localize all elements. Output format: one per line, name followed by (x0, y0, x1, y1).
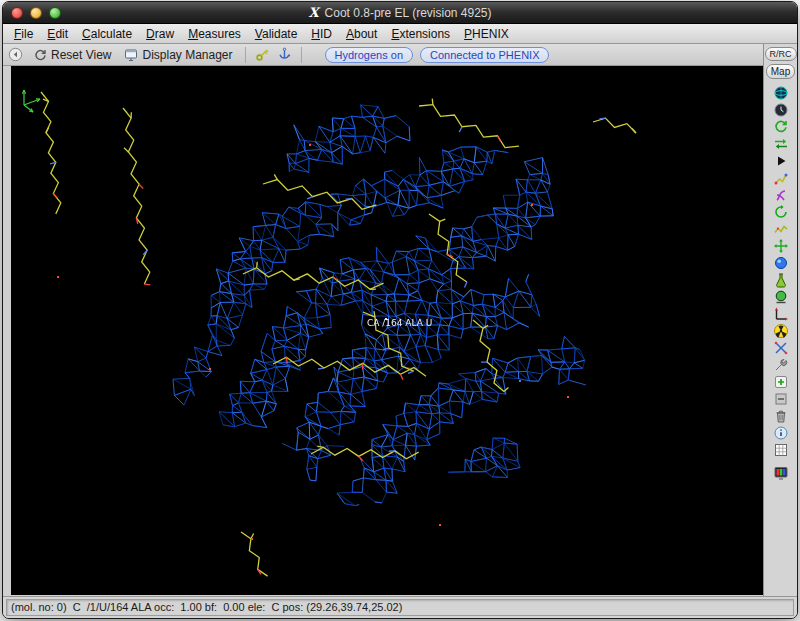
canvas-area (3, 66, 763, 596)
clock-icon[interactable] (769, 101, 793, 118)
zigzag-model-icon[interactable] (769, 220, 793, 237)
swap-arrows-icon[interactable] (769, 135, 793, 152)
green-sphere-icon[interactable] (769, 288, 793, 305)
hydrogens-toggle[interactable]: Hydrogens on (325, 47, 414, 63)
toolbar-overflow-button[interactable] (8, 47, 23, 62)
play-icon[interactable] (769, 152, 793, 169)
rotate-icon[interactable] (769, 203, 793, 220)
menu-validate[interactable]: Validate (248, 27, 305, 41)
content: Reset View Display Manager Hydrogens on … (3, 44, 797, 596)
toolbar-separator (245, 47, 246, 63)
window-title-text: Coot 0.8-pre EL (revision 4925) (325, 6, 492, 20)
wrench-icon[interactable] (769, 356, 793, 373)
rrc-button[interactable]: R/RC (765, 47, 797, 61)
menu-draw[interactable]: Draw (139, 27, 181, 41)
rgb-display-icon[interactable] (769, 464, 793, 481)
globe-icon[interactable] (769, 84, 793, 101)
gl-canvas[interactable] (11, 66, 763, 595)
window-controls (11, 7, 61, 19)
close-button[interactable] (11, 7, 23, 19)
menu-hid[interactable]: HID (304, 27, 339, 41)
coot-window: X Coot 0.8-pre EL (revision 4925) FileEd… (2, 1, 798, 619)
display-manager-button[interactable]: Display Manager (121, 48, 235, 62)
blue-anchor-icon[interactable] (277, 47, 292, 62)
info-icon[interactable] (769, 424, 793, 441)
x11-icon: X (308, 5, 318, 20)
phenix-status-button[interactable]: Connected to PHENIX (420, 47, 549, 63)
menu-file[interactable]: File (7, 27, 40, 41)
menu-about[interactable]: About (339, 27, 384, 41)
menu-extensions[interactable]: Extensions (384, 27, 457, 41)
reset-view-button[interactable]: Reset View (30, 48, 114, 62)
status-text: (mol. no: 0) C /1/U/164 ALA occ: 1.00 bf… (6, 599, 794, 616)
left-column: Reset View Display Manager Hydrogens on … (3, 44, 763, 596)
molecule-sticks-icon[interactable] (769, 169, 793, 186)
map-button[interactable]: Map (766, 64, 795, 79)
toolbar: Reset View Display Manager Hydrogens on … (3, 44, 763, 66)
yellow-key-icon[interactable] (255, 47, 270, 62)
flask-icon[interactable] (769, 271, 793, 288)
reset-view-label: Reset View (51, 48, 111, 62)
zoom-button[interactable] (49, 7, 61, 19)
move-axes-icon[interactable] (769, 237, 793, 254)
statusbar: (mol. no: 0) C /1/U/164 ALA occ: 1.00 bf… (3, 596, 797, 618)
titlebar[interactable]: X Coot 0.8-pre EL (revision 4925) (3, 2, 797, 24)
right-toolbar: R/RC Map (763, 44, 797, 596)
minimize-button[interactable] (30, 7, 42, 19)
crossed-arrows-icon[interactable] (769, 339, 793, 356)
ribbon-icon[interactable] (769, 186, 793, 203)
toolbar-separator (301, 47, 302, 63)
menu-phenix[interactable]: PHENIX (457, 27, 516, 41)
right-toolbar-icons (769, 84, 793, 481)
menubar: FileEditCalculateDrawMeasuresValidateHID… (3, 24, 797, 44)
gray-box-icon[interactable] (769, 390, 793, 407)
grid-icon[interactable] (769, 441, 793, 458)
trash-icon[interactable] (769, 407, 793, 424)
reset-view-icon (33, 48, 47, 62)
axes-icon[interactable] (769, 305, 793, 322)
window-title: X Coot 0.8-pre EL (revision 4925) (308, 5, 491, 20)
menu-measures[interactable]: Measures (181, 27, 248, 41)
add-box-icon[interactable] (769, 373, 793, 390)
refresh-icon[interactable] (769, 118, 793, 135)
display-manager-label: Display Manager (142, 48, 232, 62)
blue-sphere-icon[interactable] (769, 254, 793, 271)
radiation-icon[interactable] (769, 322, 793, 339)
menu-calculate[interactable]: Calculate (75, 27, 139, 41)
display-manager-icon (124, 48, 138, 62)
menu-edit[interactable]: Edit (40, 27, 75, 41)
